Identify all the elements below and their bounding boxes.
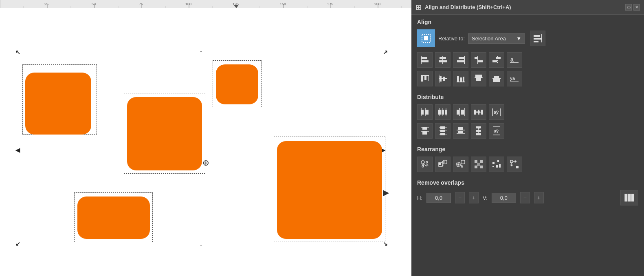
exchange-positions-alt-btn[interactable] bbox=[507, 157, 522, 172]
svg-rect-38 bbox=[439, 60, 447, 62]
align-text-baseline-btn[interactable]: a bbox=[507, 52, 522, 68]
align-left-edges-icon bbox=[420, 55, 430, 65]
svg-text:100: 100 bbox=[185, 2, 191, 6]
align-bottom-edges-btn[interactable] bbox=[453, 71, 468, 86]
align-right-edges-btn[interactable] bbox=[453, 52, 468, 68]
svg-rect-132 bbox=[475, 160, 477, 163]
shape-1[interactable] bbox=[25, 73, 91, 135]
svg-rect-47 bbox=[492, 60, 497, 62]
align-to-selection-btn[interactable] bbox=[417, 29, 435, 47]
svg-text:75: 75 bbox=[139, 2, 143, 6]
svg-point-122 bbox=[421, 161, 424, 164]
rotate-exchange-btn[interactable] bbox=[453, 157, 468, 172]
svg-rect-59 bbox=[457, 76, 459, 82]
align-text-ya-icon: ya bbox=[510, 74, 519, 84]
svg-rect-82 bbox=[461, 110, 464, 115]
svg-text:ya: ya bbox=[510, 76, 515, 81]
svg-text:150: 150 bbox=[280, 2, 286, 6]
exchange-positions-btn[interactable] bbox=[417, 157, 433, 172]
distribute-centers-v-btn[interactable] bbox=[435, 123, 451, 139]
relative-dropdown[interactable]: Selection Area ▼ bbox=[468, 33, 525, 44]
svg-rect-126 bbox=[439, 163, 441, 165]
center-vertical-axis-icon bbox=[438, 55, 448, 65]
panel-minimize-btn[interactable]: ▭ bbox=[625, 4, 632, 11]
svg-rect-51 bbox=[421, 75, 423, 82]
selection-icon bbox=[420, 32, 433, 45]
v-increment-btn[interactable]: + bbox=[534, 192, 544, 203]
handle-ml: ◀ bbox=[15, 147, 20, 153]
distribute-gaps-h-btn[interactable] bbox=[471, 104, 486, 120]
svg-rect-57 bbox=[439, 75, 440, 83]
shape-3[interactable] bbox=[216, 64, 258, 104]
h-decrement-btn[interactable]: − bbox=[455, 192, 465, 203]
align-left-edges-btn[interactable] bbox=[417, 52, 433, 68]
distribute-top-edges-btn[interactable] bbox=[417, 123, 433, 139]
svg-rect-80 bbox=[457, 110, 459, 115]
random-arrange-btn[interactable] bbox=[489, 157, 504, 172]
align-left-to-anchor-right-btn[interactable] bbox=[471, 52, 486, 68]
distribute-gaps-v-btn[interactable] bbox=[471, 123, 486, 139]
align-row-1: a bbox=[417, 52, 638, 68]
distribute-text-h-btn[interactable]: aÿ bbox=[489, 104, 504, 120]
align-left-to-anchor-right-icon bbox=[474, 55, 484, 65]
distribute-label: Distribute bbox=[417, 94, 638, 100]
v-decrement-btn[interactable]: − bbox=[520, 192, 530, 203]
center-on-vertical-axis-btn[interactable] bbox=[435, 52, 451, 68]
align-top-edges-btn[interactable] bbox=[417, 71, 433, 86]
unclump-icon bbox=[474, 159, 484, 169]
distribute-bottom-edges-btn[interactable] bbox=[453, 123, 468, 139]
svg-rect-79 bbox=[445, 110, 447, 115]
align-right-to-anchor-left-icon bbox=[492, 55, 501, 65]
svg-rect-28 bbox=[424, 36, 428, 40]
canvas-area[interactable]: 25 50 75 100 125 150 175 200 bbox=[0, 0, 411, 276]
h-increment-btn[interactable]: + bbox=[469, 192, 479, 203]
random-arrange-icon bbox=[492, 159, 501, 169]
svg-rect-60 bbox=[460, 77, 462, 82]
right-panel: ⊞ Align and Distribute (Shift+Ctrl+A) ▭ … bbox=[411, 0, 644, 276]
shape-4[interactable] bbox=[277, 141, 382, 239]
align-right-to-anchor-left-btn[interactable] bbox=[489, 52, 504, 68]
svg-rect-146 bbox=[631, 194, 634, 202]
v-value-input[interactable] bbox=[492, 193, 516, 203]
dropdown-arrow-icon: ▼ bbox=[516, 35, 521, 42]
svg-rect-106 bbox=[458, 127, 463, 130]
align-top-to-anchor-bottom-icon bbox=[474, 74, 484, 84]
align-section: Align Relative to: Selection Area ▼ bbox=[411, 15, 644, 94]
align-top-to-anchor-bottom-btn[interactable] bbox=[471, 71, 486, 86]
align-text-ya-btn[interactable]: ya bbox=[507, 71, 522, 86]
align-right-edge-btn[interactable] bbox=[530, 31, 545, 46]
svg-rect-40 bbox=[459, 57, 464, 59]
shape-2[interactable] bbox=[127, 97, 202, 170]
handle-tm: ↑ bbox=[200, 49, 202, 55]
h-value-input[interactable] bbox=[426, 193, 451, 203]
panel-close-btn[interactable]: ✕ bbox=[633, 4, 640, 11]
align-label: Align bbox=[417, 19, 638, 25]
distribute-right-edges-icon bbox=[456, 107, 466, 117]
center-on-horizontal-axis-btn[interactable] bbox=[435, 71, 451, 86]
apply-remove-overlaps-btn[interactable] bbox=[620, 190, 638, 205]
unclump-btn[interactable] bbox=[471, 157, 486, 172]
exchange-positions-alt-icon bbox=[510, 159, 519, 169]
svg-rect-34 bbox=[421, 57, 427, 59]
svg-text:a: a bbox=[510, 56, 514, 63]
svg-rect-142 bbox=[510, 160, 513, 163]
svg-rect-56 bbox=[443, 77, 445, 81]
svg-rect-141 bbox=[499, 164, 501, 168]
v-label: V: bbox=[483, 195, 488, 201]
svg-rect-99 bbox=[422, 131, 427, 135]
distribute-gaps-h-icon bbox=[474, 107, 484, 117]
distribute-left-edges-btn[interactable] bbox=[417, 104, 433, 120]
svg-rect-97 bbox=[422, 127, 427, 130]
canvas-content: ↖ ↑ ↗ ◀ ▶ ↙ ↓ ↘ ⊕ ▶ bbox=[0, 8, 411, 276]
align-bottom-to-anchor-top-btn[interactable] bbox=[489, 71, 504, 86]
exchange-clipboard-icon: 1 bbox=[438, 159, 448, 169]
exchange-clipboard-btn[interactable]: 1 bbox=[435, 157, 451, 172]
distribute-text-v-btn[interactable]: aÿ bbox=[489, 123, 504, 139]
svg-rect-29 bbox=[534, 35, 540, 37]
distribute-right-edges-btn[interactable] bbox=[453, 104, 468, 120]
distribute-centers-h-btn[interactable] bbox=[435, 104, 451, 120]
rotate-exchange-icon bbox=[456, 159, 466, 169]
svg-rect-135 bbox=[480, 166, 483, 168]
shape-5[interactable] bbox=[77, 197, 150, 239]
svg-rect-131 bbox=[461, 160, 465, 164]
